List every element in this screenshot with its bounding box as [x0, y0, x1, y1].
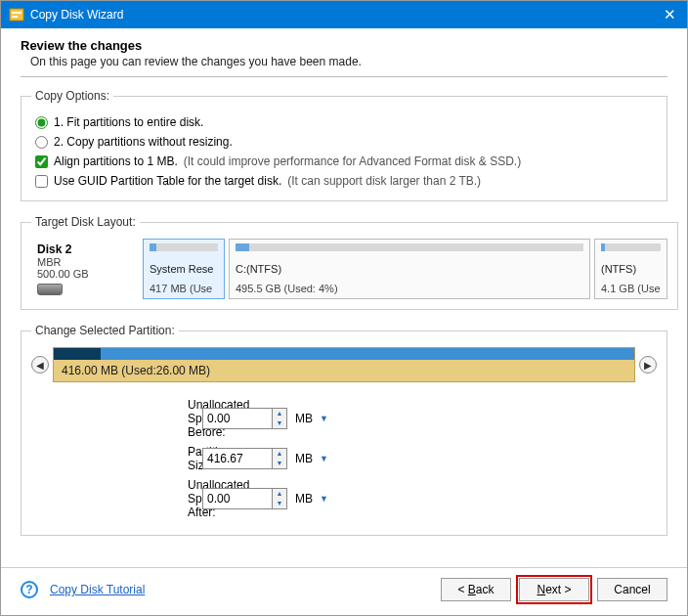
unit-label: MB	[295, 452, 313, 465]
partition-slider[interactable]: 416.00 MB (Used:26.00 MB)	[53, 347, 635, 382]
disk-type: MBR	[37, 256, 133, 268]
checkbox-guid[interactable]	[35, 175, 48, 188]
partition-block[interactable]: (NTFS) 4.1 GB (Use	[594, 239, 667, 299]
slider-used-fill	[54, 348, 101, 360]
slider-free-fill	[101, 348, 634, 360]
footer: ? Copy Disk Tutorial < Back Next > Cance…	[1, 567, 687, 615]
cancel-button[interactable]: Cancel	[597, 578, 667, 601]
unalloc-after-spinner: ▲▼	[202, 488, 287, 509]
checkbox-align-hint: (It could improve performance for Advanc…	[184, 154, 521, 168]
tutorial-link[interactable]: Copy Disk Tutorial	[50, 583, 145, 596]
change-partition-group: Change Selected Partition: ◀ 416.00 MB (…	[21, 324, 667, 536]
partition-name: System Rese	[150, 263, 218, 275]
radio-no-resize[interactable]	[35, 136, 48, 149]
disk-name: Disk 2	[37, 242, 133, 256]
close-icon[interactable]: ✕	[660, 6, 679, 23]
unalloc-after-input[interactable]	[203, 490, 272, 507]
partition-usage: 495.5 GB (Used: 4%)	[236, 283, 583, 294]
target-layout-group: Target Disk Layout: Disk 2 MBR 500.00 GB…	[21, 215, 678, 310]
partition-size-up[interactable]: ▲	[273, 449, 286, 459]
disk-size: 500.00 GB	[37, 268, 133, 280]
slider-label: 416.00 MB (Used:26.00 MB)	[54, 360, 634, 381]
partition-size-label: Partition Size:	[31, 445, 202, 472]
unalloc-after-down[interactable]: ▼	[273, 499, 286, 508]
unit-dropdown-icon[interactable]: ▼	[317, 491, 331, 506]
unalloc-before-input[interactable]	[203, 410, 272, 427]
checkbox-guid-hint: (It can support disk larger than 2 TB.)	[287, 174, 481, 188]
title-bar: Copy Disk Wizard ✕	[1, 1, 687, 28]
target-layout-legend: Target Disk Layout:	[31, 215, 140, 229]
partition-name: C:(NTFS)	[236, 263, 583, 275]
partition-usage: 417 MB (Use	[150, 283, 218, 294]
svg-rect-1	[12, 12, 22, 14]
svg-rect-0	[10, 9, 23, 21]
unalloc-after-up[interactable]: ▲	[273, 489, 286, 499]
disk-summary: Disk 2 MBR 500.00 GB	[31, 239, 139, 299]
partition-size-input[interactable]	[203, 450, 272, 467]
unalloc-after-label: Unallocated Space After:	[31, 478, 202, 519]
unalloc-before-spinner: ▲▼	[202, 408, 287, 429]
partition-usage: 4.1 GB (Use	[601, 283, 661, 294]
slider-left-button[interactable]: ◀	[31, 356, 49, 374]
unalloc-before-up[interactable]: ▲	[273, 409, 286, 418]
back-button[interactable]: < Back	[441, 578, 511, 601]
radio-fit-disk[interactable]	[35, 116, 48, 129]
copy-options-group: Copy Options: 1. Fit partitions to entir…	[21, 89, 667, 201]
partition-block[interactable]: System Rese 417 MB (Use	[143, 239, 225, 299]
header-subtitle: On this page you can review the changes …	[21, 55, 667, 68]
change-partition-legend: Change Selected Partition:	[31, 324, 179, 337]
unit-label: MB	[295, 412, 313, 425]
slider-right-button[interactable]: ▶	[639, 356, 657, 374]
page-header: Review the changes On this page you can …	[1, 28, 687, 76]
next-button[interactable]: Next >	[519, 578, 589, 601]
window-title: Copy Disk Wizard	[30, 8, 660, 22]
unit-label: MB	[295, 492, 313, 506]
partition-size-down[interactable]: ▼	[273, 459, 286, 468]
help-icon[interactable]: ?	[21, 581, 38, 598]
copy-options-legend: Copy Options:	[31, 89, 113, 103]
partition-block[interactable]: C:(NTFS) 495.5 GB (Used: 4%)	[229, 239, 590, 299]
unit-dropdown-icon[interactable]: ▼	[317, 451, 331, 466]
unalloc-before-down[interactable]: ▼	[273, 418, 286, 428]
header-title: Review the changes	[21, 38, 667, 53]
partition-size-spinner: ▲▼	[202, 448, 287, 469]
app-icon	[9, 7, 24, 22]
checkbox-align[interactable]	[35, 155, 48, 168]
checkbox-align-label: Align partitions to 1 MB.	[54, 154, 178, 168]
radio-no-resize-label: 2. Copy partitions without resizing.	[54, 135, 233, 149]
unalloc-before-label: Unallocated Space Before:	[31, 398, 202, 439]
radio-fit-disk-label: 1. Fit partitions to entire disk.	[54, 115, 203, 129]
disk-icon	[37, 284, 63, 295]
svg-rect-2	[12, 16, 18, 18]
checkbox-guid-label: Use GUID Partition Table for the target …	[54, 174, 281, 188]
unit-dropdown-icon[interactable]: ▼	[317, 411, 331, 426]
partition-name: (NTFS)	[601, 263, 661, 275]
